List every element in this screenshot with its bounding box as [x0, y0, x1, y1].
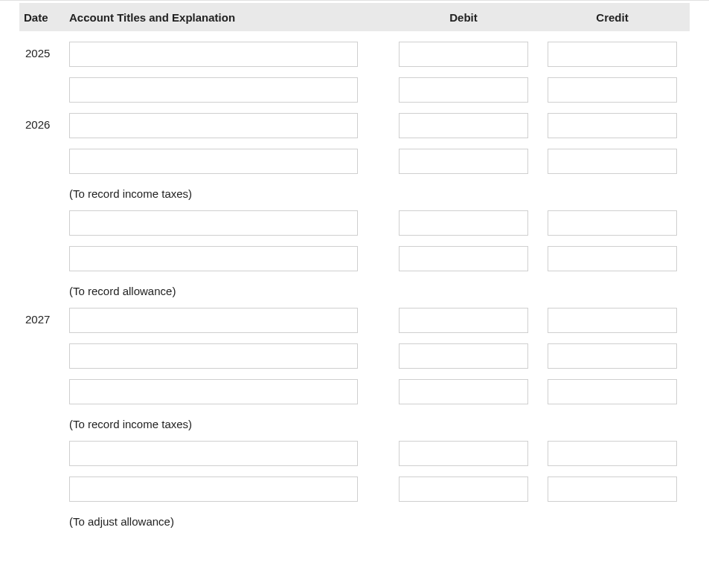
date-cell: 2027 [19, 308, 69, 326]
debit-input[interactable] [399, 441, 528, 466]
credit-input[interactable] [548, 77, 677, 103]
table-row [19, 343, 690, 369]
account-input[interactable] [69, 441, 358, 466]
debit-input[interactable] [399, 246, 528, 271]
debit-input[interactable] [399, 476, 528, 502]
table-row [19, 441, 690, 466]
debit-input[interactable] [399, 113, 528, 138]
account-input[interactable] [69, 308, 358, 333]
credit-input[interactable] [548, 246, 677, 271]
explanation-row: (To record income taxes) [19, 187, 690, 200]
explanation-row: (To record income taxes) [19, 418, 690, 430]
debit-input[interactable] [399, 308, 528, 333]
table-row [19, 476, 690, 502]
table-row [19, 379, 690, 404]
account-input[interactable] [69, 149, 358, 174]
credit-input[interactable] [548, 441, 677, 466]
table-row [19, 246, 690, 271]
date-cell [19, 343, 69, 349]
table-row: 2027 [19, 308, 690, 333]
date-cell [19, 441, 69, 446]
header-date: Date [19, 11, 69, 24]
date-cell: 2026 [19, 113, 69, 131]
explanation-text: (To record income taxes) [69, 187, 192, 200]
account-input[interactable] [69, 42, 358, 67]
credit-input[interactable] [548, 379, 677, 404]
credit-input[interactable] [548, 343, 677, 369]
credit-input[interactable] [548, 113, 677, 138]
credit-input[interactable] [548, 308, 677, 333]
credit-input[interactable] [548, 149, 677, 174]
header-debit: Debit [399, 11, 528, 24]
explanation-text: (To record income taxes) [69, 418, 192, 430]
debit-input[interactable] [399, 210, 528, 236]
date-cell [19, 246, 69, 251]
explanation-row: (To record allowance) [19, 285, 690, 297]
date-cell: 2025 [19, 42, 69, 59]
explanation-text: (To record allowance) [69, 285, 176, 297]
credit-input[interactable] [548, 210, 677, 236]
account-input[interactable] [69, 379, 358, 404]
table-row: 2025 [19, 42, 690, 67]
credit-input[interactable] [548, 476, 677, 502]
account-input[interactable] [69, 343, 358, 369]
account-input[interactable] [69, 476, 358, 502]
table-header-row: Date Account Titles and Explanation Debi… [19, 3, 690, 31]
debit-input[interactable] [399, 149, 528, 174]
explanation-text: (To adjust allowance) [69, 515, 174, 528]
account-input[interactable] [69, 77, 358, 103]
debit-input[interactable] [399, 42, 528, 67]
explanation-row: (To adjust allowance) [19, 515, 690, 528]
table-row [19, 77, 690, 103]
debit-input[interactable] [399, 343, 528, 369]
table-body: 20252026(To record income taxes)(To reco… [19, 42, 690, 528]
date-cell [19, 476, 69, 482]
date-cell [19, 379, 69, 384]
date-cell [19, 210, 69, 216]
debit-input[interactable] [399, 77, 528, 103]
date-cell [19, 149, 69, 154]
account-input[interactable] [69, 246, 358, 271]
account-input[interactable] [69, 113, 358, 138]
journal-entry-table: Date Account Titles and Explanation Debi… [19, 3, 690, 528]
header-account: Account Titles and Explanation [69, 11, 379, 24]
account-input[interactable] [69, 210, 358, 236]
date-cell [19, 77, 69, 83]
credit-input[interactable] [548, 42, 677, 67]
top-divider [0, 0, 709, 1]
table-row [19, 210, 690, 236]
debit-input[interactable] [399, 379, 528, 404]
table-row: 2026 [19, 113, 690, 138]
header-credit: Credit [548, 11, 677, 24]
table-row [19, 149, 690, 174]
